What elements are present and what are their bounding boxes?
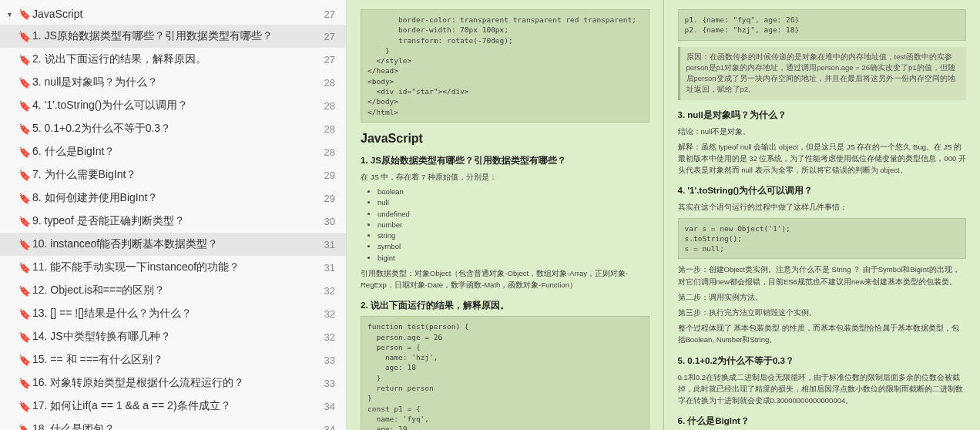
tree-item[interactable]: 🔖7. 为什么需要BigInt？29 [0, 163, 346, 186]
code-block-output: p1. {name: "fyq", age: 26} p2. {name: "h… [678, 9, 967, 41]
tree-item[interactable]: 🔖2. 说出下面运行的结果，解释原因。27 [0, 48, 346, 71]
tree-root-label: JavaScript [32, 8, 82, 20]
tree-item-label: 5. 0.1+0.2为什么不等于0.3？ [32, 122, 171, 136]
tree-item-label: 6. 什么是BigInt？ [32, 145, 115, 159]
doc-h2-q3: 3. null是对象吗？为什么？ [678, 109, 967, 121]
doc-h2-q6: 6. 什么是BigInt？ [678, 415, 967, 427]
doc-h2-q5: 5. 0.1+0.2为什么不等于0.3？ [678, 355, 967, 367]
page-number: 28 [317, 146, 335, 158]
outline-sidebar[interactable]: ▾ 🔖 JavaScript 27 🔖1. JS原始数据类型有哪些？引用数据类型… [0, 0, 347, 430]
tree-item[interactable]: 🔖16. 对象转原始类型是根据什么流程运行的？33 [0, 371, 346, 395]
tree-item[interactable]: 🔖3. null是对象吗？为什么？28 [0, 71, 346, 94]
bookmark-icon: 🔖 [18, 401, 29, 412]
tree-item[interactable]: 🔖9. typeof 是否能正确判断类型？30 [0, 210, 346, 233]
tree-item[interactable]: 🔖12. Object.is和===的区别？32 [0, 279, 346, 302]
page-number: 29 [317, 170, 335, 181]
code-block-js: function test(person) { person.age = 26 … [361, 316, 649, 430]
page-number: 34 [317, 401, 335, 412]
tree-item[interactable]: 🔖15. == 和 ===有什么区别？33 [0, 348, 346, 371]
page-number: 28 [317, 100, 335, 112]
bookmark-icon: 🔖 [18, 123, 29, 135]
tree-item-label: 15. == 和 ===有什么区别？ [32, 353, 163, 367]
tree-item[interactable]: 🔖13. [] == ![]结果是什么？为什么？32 [0, 302, 346, 325]
tree-item[interactable]: 🔖18. 什么是闭包？34 [0, 418, 346, 430]
para: 引用数据类型：对象Object（包含普通对象-Object，数组对象-Array… [361, 267, 649, 291]
page-number: 28 [317, 77, 335, 89]
bookmark-icon: 🔖 [18, 378, 29, 389]
bookmark-icon: 🔖 [18, 354, 29, 366]
list-item: null [378, 197, 649, 208]
tree-item-label: 13. [] == ![]结果是什么？为什么？ [32, 307, 192, 321]
page-number: 29 [317, 193, 335, 204]
bookmark-icon: 🔖 [18, 31, 29, 42]
list-item: string [378, 230, 649, 241]
list-item: boolean [378, 186, 649, 197]
tree-item-label: 4. '1'.toString()为什么可以调用？ [32, 99, 188, 113]
page-number: 31 [317, 239, 335, 250]
tree-item-label: 8. 如何创建并使用BigInt？ [32, 191, 158, 205]
bookmark-icon: 🔖 [18, 100, 29, 112]
para: 解释：虽然 typeof null 会输出 object，但是这只是 JS 存在… [678, 141, 967, 176]
bookmark-icon: 🔖 [18, 331, 29, 343]
page-number: 28 [317, 123, 335, 135]
tree-root-node[interactable]: ▾ 🔖 JavaScript 27 [0, 3, 346, 25]
page-right: p1. {name: "fyq", age: 26} p2. {name: "h… [663, 0, 981, 430]
tree-item-label: 3. null是对象吗？为什么？ [32, 76, 158, 89]
bookmark-icon: 🔖 [18, 262, 29, 274]
bookmark-icon: 🔖 [18, 308, 29, 320]
doc-h2-q2: 2. 说出下面运行的结果，解释原因。 [361, 300, 649, 311]
bookmark-icon: 🔖 [18, 285, 29, 297]
tree-item[interactable]: 🔖10. instanceof能否判断基本数据类型？31 [0, 233, 346, 256]
bookmark-icon: 🔖 [18, 54, 29, 66]
para: 在 JS 中，存在着 7 种原始值，分别是： [361, 171, 649, 183]
page-number: 31 [317, 262, 335, 274]
list-item: symbol [378, 241, 649, 252]
doc-h1: JavaScript [361, 132, 649, 146]
para: 0.1和0.2在转换成二进制后会无限循环，由于标准位数的限制后面多余的位数会被截… [678, 371, 967, 407]
page-number: 30 [317, 216, 335, 227]
page-number: 34 [317, 424, 335, 431]
tree-item[interactable]: 🔖11. 能不能手动实现一下instanceof的功能？31 [0, 256, 346, 279]
tree-item-label: 1. JS原始数据类型有哪些？引用数据类型有哪些？ [32, 29, 273, 43]
tree-item[interactable]: 🔖5. 0.1+0.2为什么不等于0.3？28 [0, 117, 346, 140]
list-item: number [378, 220, 649, 230]
para: 其实在这个语句运行的过程中做了这样几件事情： [678, 201, 967, 213]
tree-item-label: 2. 说出下面运行的结果，解释原因。 [32, 52, 206, 66]
bookmark-icon: 🔖 [18, 239, 29, 250]
page-number: 32 [317, 331, 335, 343]
tree-item[interactable]: 🔖17. 如何让if(a == 1 && a == 2)条件成立？34 [0, 395, 346, 418]
primitive-list: booleannullundefinednumberstringsymbolbi… [361, 186, 649, 264]
caret-down-icon: ▾ [8, 10, 15, 18]
bookmark-icon: 🔖 [18, 424, 29, 431]
tree-item-label: 12. Object.is和===的区别？ [32, 284, 165, 297]
para: 第一步：创建Object类实例。注意为什么不是 String ？ 由于Symbo… [678, 264, 967, 287]
list-item: bigint [378, 253, 649, 264]
tree-item[interactable]: 🔖14. JS中类型转换有哪几种？32 [0, 325, 346, 348]
page-number: 32 [317, 308, 335, 320]
para: 整个过程体现了 基本包装类型 的性质，而基本包装类型恰恰属于基本数据类型，包括B… [678, 322, 967, 345]
tree-item[interactable]: 🔖6. 什么是BigInt？28 [0, 140, 346, 163]
bookmark-icon: 🔖 [18, 77, 29, 89]
tree-item-label: 10. instanceof能否判断基本数据类型？ [32, 237, 218, 251]
page-left: border-color: transparent transparent re… [347, 0, 663, 430]
page-number: 33 [317, 378, 335, 389]
tree-item-label: 17. 如何让if(a == 1 && a == 2)条件成立？ [32, 399, 231, 413]
para: 第二步：调用实例方法。 [678, 291, 967, 303]
para: 第三步：执行完方法立即销毁这个实例。 [678, 307, 967, 318]
para: 结论：null不是对象。 [678, 126, 967, 137]
doc-h2-q4: 4. '1'.toString()为什么可以调用？ [678, 185, 967, 197]
document-viewer: border-color: transparent transparent re… [347, 0, 980, 430]
page-number: 33 [317, 354, 335, 366]
tree-item[interactable]: 🔖4. '1'.toString()为什么可以调用？28 [0, 94, 346, 117]
code-block-tostring: var s = new Object('1'); s.toString(); s… [678, 218, 967, 260]
tree-item-label: 16. 对象转原始类型是根据什么流程运行的？ [32, 376, 244, 390]
page-number: 27 [317, 54, 335, 66]
code-block-css: border-color: transparent transparent re… [361, 9, 649, 123]
tree-item[interactable]: 🔖8. 如何创建并使用BigInt？29 [0, 186, 346, 210]
list-item: undefined [378, 209, 649, 220]
tree-item-label: 14. JS中类型转换有哪几种？ [32, 330, 171, 344]
bookmark-icon: 🔖 [18, 193, 29, 204]
tree-item-label: 18. 什么是闭包？ [32, 422, 115, 430]
tree-item[interactable]: 🔖1. JS原始数据类型有哪些？引用数据类型有哪些？27 [0, 25, 346, 48]
doc-h2-q1: 1. JS原始数据类型有哪些？引用数据类型有哪些？ [361, 155, 649, 166]
